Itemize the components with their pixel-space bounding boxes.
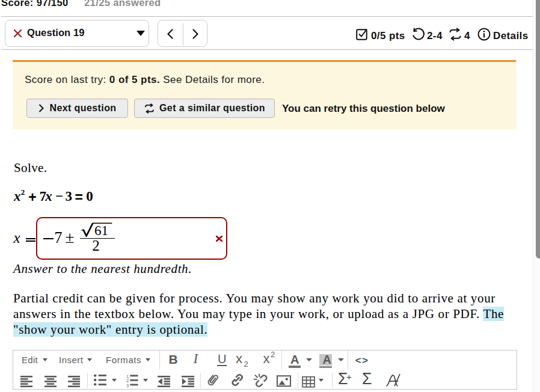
svg-text:3: 3: [126, 383, 129, 387]
